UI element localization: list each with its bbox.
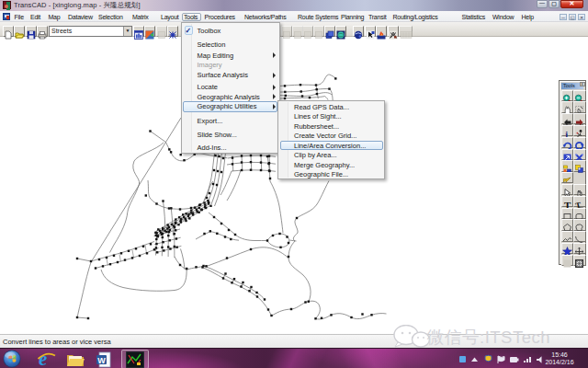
svg-text:e: e [39, 350, 47, 368]
svg-text:W: W [97, 355, 106, 364]
